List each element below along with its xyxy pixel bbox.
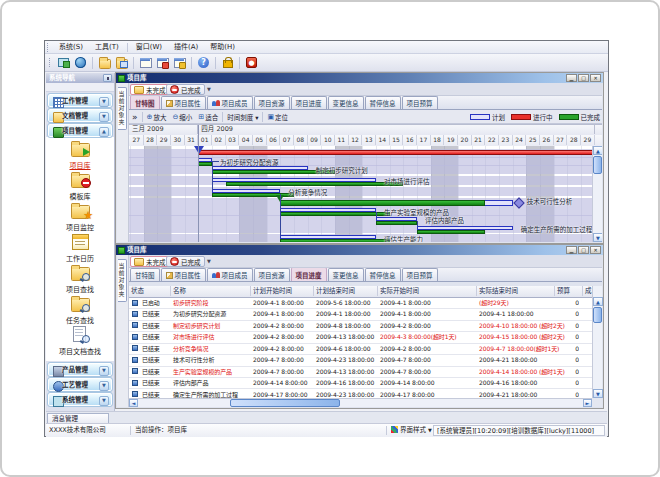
scroll-up-arrow[interactable]: ▲ — [593, 297, 603, 306]
pin-icon[interactable] — [103, 74, 112, 82]
fit-button[interactable]: ⊞适合 — [195, 112, 221, 122]
chevron-down-icon[interactable]: ▼ — [99, 112, 109, 122]
globe-icon[interactable] — [74, 56, 87, 69]
menu-item-1[interactable]: 系统(S) — [53, 41, 89, 53]
gantt-bar-actual-对市场进行评估[interactable] — [226, 182, 404, 186]
tab-finished[interactable]: 已完成 — [166, 256, 205, 267]
table-horizontal-scrollbar[interactable]: ◄► — [129, 398, 592, 407]
tab-unfinished[interactable]: 未完成 — [130, 256, 170, 267]
sidebar-item-项目监控[interactable]: ★项目监控 — [46, 201, 114, 232]
tab-项目成员[interactable]: 项目成员 — [207, 268, 253, 281]
scroll-down-arrow[interactable]: ▼ — [593, 233, 602, 242]
tab-变更信息[interactable]: 变更信息 — [328, 268, 364, 281]
tab-项目预算[interactable]: 项目预算 — [402, 268, 438, 281]
maximize-button[interactable]: □ — [578, 74, 589, 82]
table-row-5[interactable]: 已结束分析竞争情况2009-4-2 8:00:002009-4-6 18:00:… — [129, 343, 592, 355]
column-header-预算[interactable]: 预算 — [555, 286, 583, 296]
gantt-bar-actual-确定生产所需的加工过程[interactable] — [417, 230, 485, 234]
workstation-icon[interactable] — [57, 56, 70, 69]
scroll-up-arrow[interactable]: ▲ — [593, 146, 602, 155]
sidebar-group-文档管理[interactable]: 文档管理▼ — [48, 109, 112, 122]
chevron-down-icon[interactable]: ▼ — [99, 97, 109, 107]
mail-icon[interactable] — [139, 56, 152, 69]
scroll-right-arrow[interactable]: ► — [583, 399, 592, 407]
sidebar-group-工艺管理[interactable]: 工艺管理▼ — [48, 378, 112, 391]
gantt-bar-actual-评估内部产品[interactable] — [376, 221, 417, 225]
maximize-button[interactable]: □ — [578, 246, 589, 254]
current-object-tab[interactable]: 当前对象夹 — [118, 87, 127, 130]
gantt-vertical-scrollbar[interactable]: ▲▼ — [592, 146, 602, 242]
table-row-4[interactable]: 已结束对市场进行评估2009-4-2 8:00:002009-4-13 18:0… — [129, 331, 592, 343]
tab-暂停信息[interactable]: 暂停信息 — [365, 268, 401, 281]
status-style[interactable]: 界面样式 ▼ — [391, 425, 432, 436]
gantt-bar-actual-评估生产能力[interactable] — [280, 239, 389, 242]
tab-变更信息[interactable]: 变更信息 — [328, 96, 364, 109]
locate-button[interactable]: ▣定位 — [264, 112, 291, 122]
tab-项目进度[interactable]: 项目进度 — [291, 96, 327, 109]
scroll-down-arrow[interactable]: ▼ — [593, 389, 603, 398]
tab-项目进度[interactable]: 项目进度 — [291, 267, 327, 281]
scroll-thumb[interactable] — [230, 399, 340, 407]
tab-项目属性[interactable]: 项目属性 — [161, 268, 206, 281]
help-icon[interactable]: ? — [197, 56, 210, 69]
filter-more-arrow[interactable]: ▼ — [207, 258, 211, 264]
exit-icon[interactable]: ● — [245, 56, 258, 69]
table-row-7[interactable]: 已结束生产实验室规模的产品2009-4-7 8:00:002009-4-13 1… — [129, 366, 592, 378]
table-row-9[interactable]: 已结束确定生产所需的加工过程2009-4-17 8:00:002009-4-23… — [129, 389, 592, 398]
sidebar-item-任务查找[interactable]: 任务查找 — [46, 294, 114, 325]
sidebar-item-项目库[interactable]: 项目库 — [46, 139, 114, 170]
gantt-bar-actual-技术可行性分析[interactable] — [280, 200, 485, 206]
chevron-down-icon[interactable]: ▼ — [99, 381, 109, 391]
mail-new-icon[interactable] — [173, 56, 186, 69]
minimize-button[interactable]: ▁ — [566, 246, 577, 254]
zoom-in-button[interactable]: ⊕放大 — [144, 112, 170, 122]
gantt-bar-actual-为初步研究分配资源[interactable] — [198, 162, 212, 166]
close-button[interactable]: ✕ — [590, 246, 601, 254]
scroll-thumb[interactable] — [593, 156, 602, 174]
filter-more-arrow[interactable]: ▼ — [207, 86, 211, 92]
folder-open-icon[interactable] — [98, 56, 111, 69]
column-header-计划结束时间[interactable]: 计划结束时间 — [314, 286, 378, 296]
column-header-计划开始时间[interactable]: 计划开始时间 — [251, 286, 314, 296]
table-row-3[interactable]: 已结束制定初步研究计划2009-4-2 8:00:002009-4-8 18:0… — [129, 320, 592, 332]
column-header-状态[interactable]: 状态 — [129, 286, 171, 296]
chevron-down-icon[interactable]: ▼ — [99, 396, 109, 406]
sidebar-group-工作管理[interactable]: 工作管理▼ — [48, 94, 112, 107]
more-tools-button[interactable]: » — [129, 111, 141, 123]
current-object-tab[interactable]: 当前对象夹 — [118, 259, 127, 302]
tab-finished[interactable]: 已完成 — [166, 84, 205, 95]
table-row-1[interactable]: 已启动初步研究阶段2009-4-1 8:00:002009-5-6 18:00:… — [129, 297, 592, 309]
sidebar-item-项目查找[interactable]: 项目查找 — [46, 263, 114, 294]
timescale-dropdown[interactable]: 时间刻度 ▾ — [224, 112, 261, 122]
chevron-down-icon[interactable]: ▼ — [99, 366, 109, 376]
tab-项目资源[interactable]: 项目资源 — [254, 268, 290, 281]
menu-item-5[interactable]: 帮助(H) — [204, 41, 241, 53]
tab-项目属性[interactable]: 项目属性 — [161, 96, 206, 109]
column-header-实际结束时间[interactable]: 实际结束时间 — [477, 286, 555, 296]
sidebar-group-系统管理[interactable]: 系统管理▼ — [48, 393, 112, 406]
gantt-bar-initial-research[interactable] — [198, 150, 593, 155]
gantt-bar-actual-生产实验室规模的产品[interactable] — [280, 212, 389, 216]
tab-unfinished[interactable]: 未完成 — [130, 84, 170, 95]
table-row-6[interactable]: 已结束技术可行性分析2009-4-7 8:00:002009-4-23 18:0… — [129, 354, 592, 366]
tab-项目预算[interactable]: 项目预算 — [402, 96, 438, 109]
menu-item-2[interactable]: 工具(T) — [89, 41, 125, 53]
folder-window-icon[interactable] — [115, 56, 128, 69]
sidebar-item-模板库[interactable]: 模板库 — [46, 170, 114, 201]
tab-项目资源[interactable]: 项目资源 — [254, 96, 290, 109]
tab-甘特图[interactable]: 甘特图 — [130, 268, 160, 281]
sidebar-item-工作日历[interactable]: 工作日历 — [46, 232, 114, 263]
menu-item-3[interactable]: 窗口(W) — [130, 41, 168, 53]
zoom-out-button[interactable]: ⊖缩小 — [169, 112, 195, 122]
tab-甘特图[interactable]: 甘特图 — [130, 95, 160, 109]
chevron-up-icon[interactable]: ▲ — [99, 127, 109, 137]
minimize-button[interactable]: ▁ — [566, 74, 577, 82]
mail-open-icon[interactable] — [156, 56, 169, 69]
lock-icon[interactable] — [221, 56, 234, 69]
sidebar-group-项目管理[interactable]: 项目管理▲ — [48, 124, 112, 137]
tab-项目成员[interactable]: 项目成员 — [207, 96, 253, 109]
table-vertical-scrollbar[interactable]: ▲▼ — [592, 286, 602, 398]
close-button[interactable]: ✕ — [590, 74, 601, 82]
scroll-left-arrow[interactable]: ◄ — [129, 399, 138, 407]
table-row-2[interactable]: 已结束为初步研究分配资源2009-4-1 8:00:002009-4-1 18:… — [129, 308, 592, 320]
